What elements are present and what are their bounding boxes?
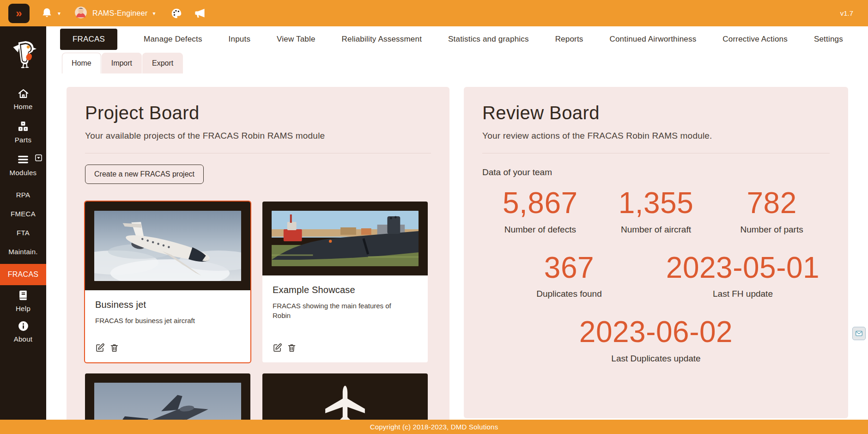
divider	[482, 153, 830, 153]
project-card-example-showcase[interactable]: Example Showcase FRACAS showing the main…	[262, 202, 428, 362]
page-tabs: Home Import Export	[62, 53, 183, 73]
business-jet-photo	[94, 211, 241, 281]
project-board-subtitle: Your available projects of the FRACAS Ro…	[85, 131, 431, 141]
parts-icon	[17, 121, 30, 133]
delete-project-icon[interactable]	[109, 343, 119, 354]
nav-tab-statistics-and-graphics[interactable]: Statistics and graphics	[448, 35, 529, 44]
envelope-icon	[855, 330, 863, 337]
notifications-caret-icon[interactable]: ▾	[58, 10, 61, 17]
tab-export[interactable]: Export	[142, 53, 183, 73]
stat-number-of-parts: 782 Number of parts	[714, 188, 830, 235]
divider	[85, 153, 431, 153]
stat-value: 1,355	[598, 188, 714, 219]
copyright-text: Copyright (c) 2018-2023, DMD Solutions	[370, 423, 498, 431]
help-book-icon	[17, 289, 29, 301]
create-project-button[interactable]: Create a new FRACAS project	[85, 165, 204, 184]
review-board-title: Review Board	[482, 103, 830, 123]
stat-last-duplicates-update: 2023-06-02 Last Duplicates update	[482, 317, 830, 364]
theme-palette-icon[interactable]	[170, 7, 182, 19]
stat-label: Duplicates found	[482, 289, 656, 299]
delete-project-icon[interactable]	[287, 343, 297, 354]
sidebar-item-maintain[interactable]: Maintain.	[0, 245, 46, 258]
sidebar-item-fmeca[interactable]: FMECA	[0, 207, 46, 220]
stat-value: 5,867	[482, 188, 598, 219]
card-image-frame	[262, 202, 428, 275]
nav-tab-inputs[interactable]: Inputs	[229, 35, 251, 44]
notifications-bell-icon[interactable]	[41, 7, 53, 19]
sidebar-item-modules[interactable]: Modules	[0, 153, 46, 177]
sidebar-item-parts[interactable]: Parts	[0, 121, 46, 144]
robin-logo	[9, 40, 37, 71]
sidebar-collapse-button[interactable]: »	[8, 4, 30, 23]
tab-import[interactable]: Import	[102, 53, 142, 73]
feedback-widget-button[interactable]	[852, 327, 866, 340]
tab-home[interactable]: Home	[62, 53, 101, 73]
nav-tab-continued-airworthiness[interactable]: Continued Airworthiness	[609, 35, 696, 44]
stat-label: Last Duplicates update	[482, 354, 830, 364]
stat-label: Number of aircraft	[598, 225, 714, 235]
topbar: » ▾ RAMS-Engineer ▾	[0, 0, 868, 26]
team-stats: 5,867 Number of defects 1,355 Number of …	[482, 188, 830, 381]
user-menu-caret-icon: ▾	[153, 10, 156, 17]
stat-value: 2023-05-01	[656, 252, 830, 283]
app-screen: » ▾ RAMS-Engineer ▾	[0, 0, 868, 434]
nav-tab-corrective-actions[interactable]: Corrective Actions	[722, 35, 788, 44]
project-card-business-jet[interactable]: Business jet FRACAS for business jet air…	[85, 202, 250, 362]
sidebar-item-rpa[interactable]: RPA	[0, 188, 46, 202]
review-board-panel: Review Board Your review actions of the …	[464, 87, 848, 418]
card-image-frame	[85, 202, 250, 290]
submarine-photo	[272, 211, 419, 266]
project-board-panel: Project Board Your available projects of…	[67, 87, 449, 434]
stat-duplicates-found: 367 Duplicates found	[482, 252, 656, 300]
stat-last-fh-update: 2023-05-01 Last FH update	[656, 252, 830, 300]
sidebar: Home Parts	[0, 26, 46, 434]
user-avatar	[74, 6, 87, 21]
modules-expand-icon[interactable]	[35, 154, 42, 163]
sidebar-item-home[interactable]: Home	[0, 87, 46, 110]
app-version: v1.7	[840, 9, 853, 17]
stat-label: Number of parts	[714, 225, 830, 235]
stat-value: 367	[482, 252, 656, 283]
nav-tab-view-table[interactable]: View Table	[277, 35, 316, 44]
project-cards: Business jet FRACAS for business jet air…	[85, 202, 431, 434]
project-card-description: FRACAS for business jet aircraft	[95, 316, 220, 325]
stat-label: Last FH update	[656, 289, 830, 299]
module-nav: FRACAS Manage Defects Inputs View Table …	[46, 26, 868, 52]
user-name: RAMS-Engineer	[92, 9, 148, 18]
sidebar-item-help[interactable]: Help	[0, 289, 46, 312]
project-card-description: FRACAS showing the main features of Robi…	[273, 301, 397, 320]
team-data-label: Data of your team	[482, 167, 830, 177]
modules-icon	[16, 153, 30, 165]
user-menu[interactable]: RAMS-Engineer ▾	[74, 6, 156, 21]
home-icon	[17, 87, 30, 99]
nav-tab-fracas[interactable]: FRACAS	[60, 29, 117, 50]
nav-tab-reports[interactable]: Reports	[555, 35, 583, 44]
edit-project-icon[interactable]	[95, 343, 105, 354]
nav-tab-reliability-assessment[interactable]: Reliability Assessment	[342, 35, 422, 44]
edit-project-icon[interactable]	[273, 343, 282, 354]
card-body: Example Showcase FRACAS showing the main…	[262, 275, 428, 362]
stat-value: 2023-06-02	[482, 317, 830, 348]
project-card-title: Example Showcase	[273, 285, 418, 295]
project-card-title: Business jet	[95, 300, 240, 310]
sidebar-item-fracas[interactable]: FRACAS	[0, 264, 46, 285]
sidebar-item-fta[interactable]: FTA	[0, 226, 46, 239]
project-board-title: Project Board	[85, 103, 431, 123]
info-icon	[18, 320, 29, 332]
nav-tab-settings[interactable]: Settings	[814, 35, 843, 44]
nav-tab-manage-defects[interactable]: Manage Defects	[144, 35, 202, 44]
card-body: Business jet FRACAS for business jet air…	[85, 290, 250, 362]
footer: Copyright (c) 2018-2023, DMD Solutions	[0, 420, 868, 434]
stat-number-of-aircraft: 1,355 Number of aircraft	[598, 188, 714, 235]
stat-label: Number of defects	[482, 225, 598, 235]
review-board-subtitle: Your review actions of the FRACAS Robin …	[482, 131, 830, 141]
stat-value: 782	[714, 188, 830, 219]
stat-number-of-defects: 5,867 Number of defects	[482, 188, 598, 235]
announcements-megaphone-icon[interactable]	[194, 7, 206, 19]
sidebar-item-about[interactable]: About	[0, 320, 46, 343]
